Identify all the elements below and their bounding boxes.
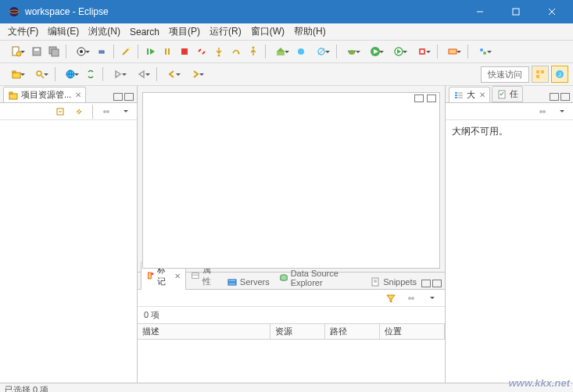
build-button[interactable] <box>269 43 292 60</box>
close-button[interactable] <box>534 0 570 23</box>
minimize-right-button[interactable] <box>550 93 559 101</box>
step-into-button[interactable] <box>210 43 227 60</box>
team-button[interactable] <box>471 43 495 60</box>
focus-task-button[interactable] <box>98 103 115 120</box>
close-tab-icon[interactable]: ✕ <box>479 91 485 99</box>
data-source-explorer-tab[interactable]: Data Source Explorer <box>274 267 365 289</box>
project-explorer-toolbar <box>0 103 137 120</box>
menu-run[interactable]: 运行(R) <box>205 23 246 40</box>
minimize-bottom-button[interactable] <box>421 280 431 287</box>
task-list-tab[interactable]: 任 <box>492 86 523 102</box>
menu-search[interactable]: Search <box>125 25 164 39</box>
disconnect-button[interactable] <box>193 43 210 60</box>
menu-project[interactable]: 项目(P) <box>164 23 205 40</box>
svg-rect-3 <box>513 9 519 15</box>
svg-point-24 <box>252 47 255 49</box>
terminate-button[interactable] <box>176 43 193 60</box>
svg-rect-51 <box>536 75 539 78</box>
save-all-button[interactable] <box>45 43 63 60</box>
minimize-view-button[interactable] <box>113 93 123 101</box>
project-explorer-body[interactable] <box>0 120 137 383</box>
watermark-text: www.kkx.net <box>509 377 570 389</box>
right-tabs: 大 ✕ 任 <box>446 86 573 103</box>
close-tab-icon[interactable]: ✕ <box>75 91 81 99</box>
maximize-bottom-button[interactable] <box>432 280 442 287</box>
view-menu-button[interactable] <box>116 103 134 120</box>
connect-button[interactable] <box>93 43 110 60</box>
java-ee-perspective-button[interactable]: J <box>551 66 568 83</box>
data-source-icon <box>279 273 288 283</box>
run-last-button[interactable] <box>387 43 410 60</box>
menu-window[interactable]: 窗口(W) <box>246 23 289 40</box>
markers-body: 0 项 描述 资源 路径 位置 <box>138 307 445 383</box>
status-selection-label: 已选择 0 项 <box>5 384 48 392</box>
svg-point-16 <box>128 48 131 50</box>
minimize-editor-button[interactable] <box>414 94 424 102</box>
center-pane: 标记 ✕ 属性 Servers Data Source Explorer <box>138 86 445 383</box>
save-button[interactable] <box>28 43 45 60</box>
properties-icon <box>191 270 200 281</box>
link-editor-button[interactable] <box>70 103 88 120</box>
outline-tab[interactable]: 大 ✕ <box>449 87 490 102</box>
collapse-all-button[interactable] <box>52 103 69 120</box>
col-location[interactable]: 位置 <box>380 324 445 339</box>
col-description[interactable]: 描述 <box>138 324 270 339</box>
outline-view: 大 ✕ 任 大纲不可用。 <box>445 86 573 383</box>
menu-file[interactable]: 文件(F) <box>3 23 43 40</box>
open-perspective-button[interactable] <box>532 66 549 83</box>
quick-access-field[interactable]: 快速访问 <box>481 66 529 83</box>
step-return-button[interactable] <box>245 43 262 60</box>
run-button[interactable] <box>363 43 387 60</box>
perspective-button[interactable] <box>70 43 93 60</box>
forward-button[interactable] <box>184 66 207 83</box>
task-tab-label: 任 <box>510 88 518 100</box>
close-tab-icon[interactable]: ✕ <box>174 272 181 280</box>
suspend-button[interactable] <box>159 43 176 60</box>
maximize-button[interactable] <box>498 0 534 23</box>
markers-count-label: 0 项 <box>138 307 445 323</box>
open-web-button[interactable] <box>59 66 82 83</box>
external-tools-button[interactable] <box>410 43 434 60</box>
editor-area[interactable] <box>142 92 440 269</box>
new-button[interactable] <box>5 43 28 60</box>
step-over-button[interactable] <box>227 43 245 60</box>
wand-button[interactable] <box>117 43 134 60</box>
outline-view-menu-button[interactable] <box>553 103 570 120</box>
svg-point-80 <box>543 110 546 113</box>
markers-toolbar <box>138 290 445 307</box>
focus-markers-button[interactable] <box>403 290 420 307</box>
search-button[interactable] <box>28 66 52 83</box>
open-type-button[interactable] <box>5 66 28 83</box>
svg-rect-9 <box>34 48 39 51</box>
col-resource[interactable]: 资源 <box>270 324 325 339</box>
project-explorer-view: 项目资源管... ✕ <box>0 86 138 383</box>
menu-edit[interactable]: 编辑(E) <box>43 23 84 40</box>
svg-point-44 <box>37 71 41 76</box>
resume-button[interactable] <box>141 43 159 60</box>
col-path[interactable]: 路径 <box>325 324 380 339</box>
minimize-button[interactable] <box>462 0 498 23</box>
markers-view-menu-button[interactable] <box>423 290 440 307</box>
project-explorer-tab[interactable]: 项目资源管... ✕ <box>3 87 86 102</box>
maximize-view-button[interactable] <box>124 93 134 101</box>
svg-marker-18 <box>150 48 155 55</box>
prev-annotation-button[interactable] <box>130 66 153 83</box>
filter-button[interactable] <box>382 290 399 307</box>
back-button[interactable] <box>160 66 184 83</box>
skip-breakpoints-button[interactable] <box>310 43 333 60</box>
outline-focus-button[interactable] <box>534 103 551 120</box>
menu-navigate[interactable]: 浏览(N) <box>84 23 125 40</box>
svg-point-71 <box>411 297 414 300</box>
snippets-tab[interactable]: Snippets <box>365 275 421 289</box>
new-server-button[interactable] <box>441 43 464 60</box>
debug-button[interactable] <box>340 43 363 60</box>
statusbar: 已选择 0 项 <box>0 383 573 392</box>
menu-help[interactable]: 帮助(H) <box>289 23 331 40</box>
toggle-breakpoint-button[interactable] <box>292 43 310 60</box>
refresh-button[interactable] <box>82 66 99 83</box>
servers-tab[interactable]: Servers <box>222 275 274 289</box>
maximize-right-button[interactable] <box>560 93 570 101</box>
svg-point-79 <box>539 110 543 113</box>
next-annotation-button[interactable] <box>106 66 130 83</box>
maximize-editor-button[interactable] <box>427 94 436 102</box>
